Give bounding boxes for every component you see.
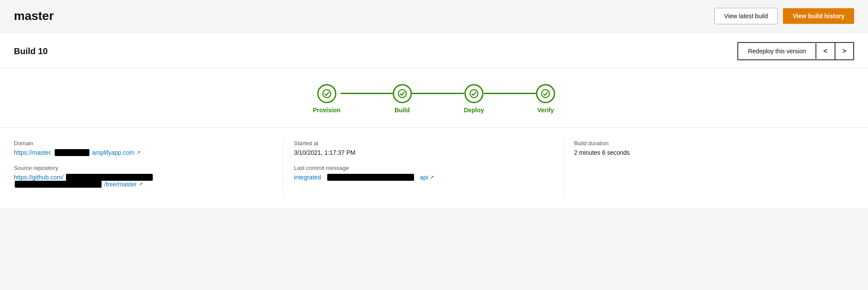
- source-tree-redacted: [15, 181, 102, 188]
- svg-point-0: [322, 90, 330, 98]
- build-circle: [393, 84, 412, 103]
- domain-external-link-icon: ↗: [136, 150, 141, 156]
- header-actions: View latest build View build history: [714, 8, 854, 24]
- build-label: Build: [395, 107, 410, 114]
- svg-point-2: [470, 90, 478, 98]
- header: master View latest build View build hist…: [0, 0, 868, 33]
- duration-value: 2 minutes 6 seconds: [574, 149, 844, 156]
- verify-circle: [536, 84, 555, 103]
- view-build-history-button[interactable]: View build history: [783, 8, 854, 24]
- domain-label: Domain: [14, 140, 273, 147]
- started-label: Started at: [294, 140, 552, 147]
- source-tree-link[interactable]: /tree/master ↗: [14, 181, 143, 188]
- deploy-label: Deploy: [464, 107, 484, 114]
- commit-redacted: [327, 174, 414, 181]
- deploy-check-icon: [469, 89, 479, 98]
- source-suffix: /tree/master: [104, 181, 137, 188]
- view-latest-build-button[interactable]: View latest build: [714, 8, 778, 24]
- redeploy-button[interactable]: Redeploy this version: [738, 43, 816, 59]
- pipeline-line-2: [412, 93, 464, 94]
- source-redacted: [66, 174, 153, 181]
- detail-col-duration: Build duration 2 minutes 6 seconds: [574, 140, 854, 196]
- commit-prefix: integrated: [294, 174, 321, 181]
- build-section: Build 10 Redeploy this version < > Provi…: [0, 33, 868, 209]
- commit-value: integrated api ↗: [294, 174, 552, 181]
- domain-suffix: amplifyapp.com: [92, 149, 135, 156]
- build-header: Build 10 Redeploy this version < >: [0, 33, 868, 68]
- detail-col-domain: Domain https://master. amplifyapp.com ↗ …: [14, 140, 283, 196]
- pipeline-step-verify: Verify: [536, 84, 555, 114]
- page-title: master: [14, 9, 54, 23]
- build-title: Build 10: [14, 46, 48, 56]
- commit-suffix: api: [420, 174, 428, 181]
- prev-build-button[interactable]: <: [816, 43, 835, 59]
- detail-col-started: Started at 3/10/2021, 1:17:37 PM Last co…: [294, 140, 563, 196]
- source-prefix: https://github.com/: [14, 174, 63, 181]
- commit-link[interactable]: integrated api ↗: [294, 174, 434, 181]
- pipeline-step-provision: Provision: [313, 84, 341, 114]
- pipeline: Provision Build: [313, 84, 555, 114]
- source-external-link-icon: ↗: [138, 181, 143, 187]
- pipeline-container: Provision Build: [0, 68, 868, 128]
- svg-point-1: [398, 90, 406, 98]
- verify-label: Verify: [537, 107, 554, 114]
- source-label: Source repository: [14, 165, 273, 171]
- domain-link[interactable]: https://master. amplifyapp.com ↗: [14, 149, 141, 156]
- build-actions: Redeploy this version < >: [737, 42, 854, 60]
- domain-prefix: https://master.: [14, 149, 52, 156]
- source-link[interactable]: https://github.com/: [14, 174, 154, 181]
- pipeline-step-deploy: Deploy: [464, 84, 484, 114]
- deploy-circle: [464, 84, 483, 103]
- commit-external-link-icon: ↗: [430, 174, 434, 180]
- provision-label: Provision: [313, 107, 341, 114]
- domain-value: https://master. amplifyapp.com ↗: [14, 149, 273, 156]
- commit-label: Last commit message: [294, 165, 552, 171]
- svg-point-3: [542, 90, 549, 98]
- details-section: Domain https://master. amplifyapp.com ↗ …: [0, 128, 868, 209]
- duration-label: Build duration: [574, 140, 844, 147]
- source-value: https://github.com/ /tree/master ↗: [14, 174, 273, 188]
- build-check-icon: [398, 89, 407, 98]
- started-value: 3/10/2021, 1:17:37 PM: [294, 149, 552, 156]
- pipeline-line-3: [484, 93, 536, 94]
- provision-check-icon: [322, 89, 332, 98]
- domain-redacted: [55, 149, 89, 156]
- verify-check-icon: [541, 89, 550, 98]
- pipeline-line-1: [341, 93, 393, 94]
- provision-circle: [317, 84, 336, 103]
- next-build-button[interactable]: >: [835, 43, 853, 59]
- pipeline-step-build: Build: [393, 84, 412, 114]
